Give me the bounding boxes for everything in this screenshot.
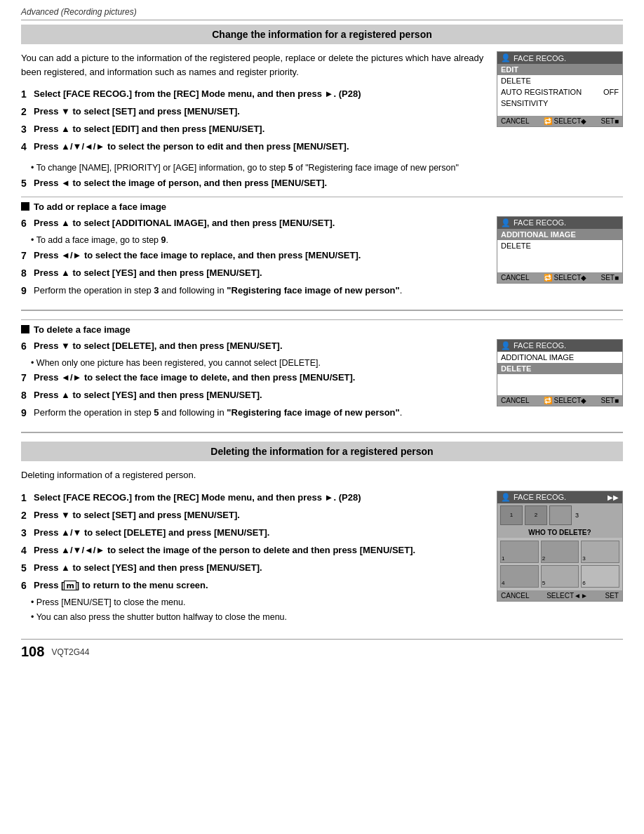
step-num-2-2: 2 (21, 508, 34, 523)
thumb-1: 1 (500, 505, 523, 525)
step-num-1-3: 3 (21, 122, 34, 137)
step-del-8: 8 Press ▲ to select [YES] and then press… (21, 388, 490, 403)
section1-steps-list: You can add a picture to the information… (21, 51, 490, 157)
grid-face-4: 4 (500, 565, 539, 588)
thumb-2: 2 (525, 505, 547, 525)
step-num-2-5: 5 (21, 561, 34, 576)
step-2-3: 3 Press ▲/▼ to select [DELETE] and press… (21, 526, 490, 541)
section2-bullet2: You can also press the shutter button ha… (31, 611, 490, 624)
subsection1-steps-list: 6 Press ▲ to select [ADDITIONAL IMAGE], … (21, 216, 490, 301)
subsection1-bullet1: To add a face image, go to step 9. (31, 234, 490, 247)
step-text-2-2: Press ▼ to select [SET] and press [MENU/… (34, 508, 240, 523)
black-square-icon-2 (21, 325, 29, 333)
step-1-1: 1 Select [FACE RECOG.] from the [REC] Mo… (21, 87, 490, 102)
step-text-2-3: Press ▲/▼ to select [DELETE] and press [… (34, 526, 269, 541)
step-text-1-3: Press ▲ to select [EDIT] and then press … (34, 122, 264, 137)
step-num-del-8: 8 (21, 388, 34, 403)
subsection2-title: To delete a face image (34, 324, 130, 335)
menu4-header: 👤 FACE RECOG. ▶▶ (497, 491, 622, 503)
section1-title: Change the information for a registered … (21, 25, 623, 44)
step-num-1-5: 5 (21, 176, 34, 191)
step-num-1-2: 2 (21, 105, 34, 119)
menu3-header: 👤 FACE RECOG. (497, 340, 622, 352)
step-del-9: 9 Perform the operation in step 5 and fo… (21, 406, 490, 421)
section1-intro: You can add a picture to the information… (21, 51, 490, 79)
step-text-2-1: Select [FACE RECOG.] from the [REC] Mode… (34, 491, 361, 505)
menu2-item-delete: DELETE (497, 240, 622, 251)
step-text-del-7: Press ◄/► to select the face image to de… (34, 371, 355, 385)
step-text-2-6: Press [m̲] to return to the menu screen. (34, 578, 208, 593)
menu4-footer: CANCEL SELECT◄► SET (497, 590, 622, 601)
step-2-1: 1 Select [FACE RECOG.] from the [REC] Mo… (21, 491, 490, 505)
catalog-number: VQT2G44 (51, 647, 89, 657)
grid-face-5: 5 (541, 565, 579, 588)
step-add-9: 9 Perform the operation in step 3 and fo… (21, 284, 490, 298)
divider-2 (21, 432, 623, 433)
step-2-6: 6 Press [m̲] to return to the menu scree… (21, 578, 490, 593)
page-number: 108 (21, 644, 44, 660)
step-text-2-4: Press ▲/▼/◄/► to select the image of the… (34, 543, 415, 558)
subsection1-header: To add or replace a face image (21, 197, 623, 212)
step-1-2: 2 Press ▼ to select [SET] and press [MEN… (21, 105, 490, 119)
menu3-footer: CANCEL 🔁 SELECT◆ SET■ (497, 395, 622, 406)
menu2-header: 👤 FACE RECOG. (497, 217, 622, 229)
grid-face-1: 1 (500, 541, 539, 563)
face-icon-1: 👤 (501, 53, 511, 62)
menu2-item-addimage: ADDITIONAL IMAGE (497, 229, 622, 240)
subsection1-title: To add or replace a face image (34, 201, 166, 212)
step-add-8: 8 Press ▲ to select [YES] and then press… (21, 266, 490, 281)
grid-face-6: 6 (581, 565, 619, 588)
menu1-item-edit: EDIT (497, 64, 622, 75)
grid-face-2: 2 (541, 541, 579, 563)
step-1-4: 4 Press ▲/▼/◄/► to select the person to … (21, 140, 490, 154)
step-text-add-7: Press ◄/► to select the face image to re… (34, 249, 361, 263)
step-num-2-6: 6 (21, 578, 34, 593)
step-num-del-9: 9 (21, 406, 34, 421)
menu1-header: 👤 FACE RECOG. (497, 52, 622, 64)
menu2-spacer (497, 251, 622, 272)
step-2-2: 2 Press ▼ to select [SET] and press [MEN… (21, 508, 490, 523)
menu-screenshot-1: 👤 FACE RECOG. EDIT DELETE AUTO REGISTRAT… (497, 51, 623, 127)
section2-intro: Deleting information of a registered per… (21, 468, 623, 482)
breadcrumb: Advanced (Recording pictures) (21, 7, 623, 20)
step-text-del-6: Press ▼ to select [DELETE], and then pre… (34, 339, 283, 354)
step-text-1-1: Select [FACE RECOG.] from the [REC] Mode… (34, 87, 361, 102)
menu1-spacer (497, 109, 622, 116)
step-num-add-6: 6 (21, 216, 34, 231)
step-add-7: 7 Press ◄/► to select the face image to … (21, 249, 490, 263)
black-square-icon-1 (21, 202, 29, 211)
menu4-mode-icon: ▶▶ (608, 494, 619, 501)
menu1-footer: CANCEL 🔁 SELECT◆ SET■ (497, 116, 622, 126)
step-text-add-9: Perform the operation in step 3 and foll… (34, 284, 402, 298)
step-add-6: 6 Press ▲ to select [ADDITIONAL IMAGE], … (21, 216, 490, 231)
step-2-4: 4 Press ▲/▼/◄/► to select the image of t… (21, 543, 490, 558)
step-num-1-4: 4 (21, 140, 34, 154)
menu1-item-delete: DELETE (497, 75, 622, 86)
menu-screenshot-3: 👤 FACE RECOG. ADDITIONAL IMAGE DELETE CA… (497, 339, 623, 406)
menu3-spacer (497, 374, 622, 395)
step-num-del-7: 7 (21, 371, 34, 385)
step-text-1-4: Press ▲/▼/◄/► to select the person to ed… (34, 140, 349, 154)
section2-title: Deleting the information for a registere… (21, 442, 623, 461)
grid-face-3: 3 (581, 541, 619, 563)
menu4-grid: 1 2 3 4 5 6 (497, 538, 622, 590)
subsection2-bullet1: When only one picture has been registere… (31, 357, 490, 370)
menu2-footer: CANCEL 🔁 SELECT◆ SET■ (497, 272, 622, 283)
step-del-6: 6 Press ▼ to select [DELETE], and then p… (21, 339, 490, 354)
page-container: Advanced (Recording pictures) Change the… (0, 0, 644, 834)
step-num-2-4: 4 (21, 543, 34, 558)
face-icon-4: 👤 (501, 493, 511, 502)
section2-steps-list: 1 Select [FACE RECOG.] from the [REC] Mo… (21, 491, 490, 626)
face-icon-2: 👤 (501, 218, 511, 227)
step-num-add-8: 8 (21, 266, 34, 281)
menu4-top-row: 1 2 3 (497, 503, 622, 527)
step-1-3: 3 Press ▲ to select [EDIT] and then pres… (21, 122, 490, 137)
step-del-7: 7 Press ◄/► to select the face image to … (21, 371, 490, 385)
step-2-5: 5 Press ▲ to select [YES] and then press… (21, 561, 490, 576)
step-1-5: 5 Press ◄ to select the image of person,… (21, 176, 623, 191)
step-num-2-3: 3 (21, 526, 34, 541)
section2-steps-container: 1 Select [FACE RECOG.] from the [REC] Mo… (21, 491, 623, 626)
section2-bullet1: Press [MENU/SET] to close the menu. (31, 596, 490, 609)
step-text-1-2: Press ▼ to select [SET] and press [MENU/… (34, 105, 240, 119)
step-text-del-9: Perform the operation in step 5 and foll… (34, 406, 402, 421)
